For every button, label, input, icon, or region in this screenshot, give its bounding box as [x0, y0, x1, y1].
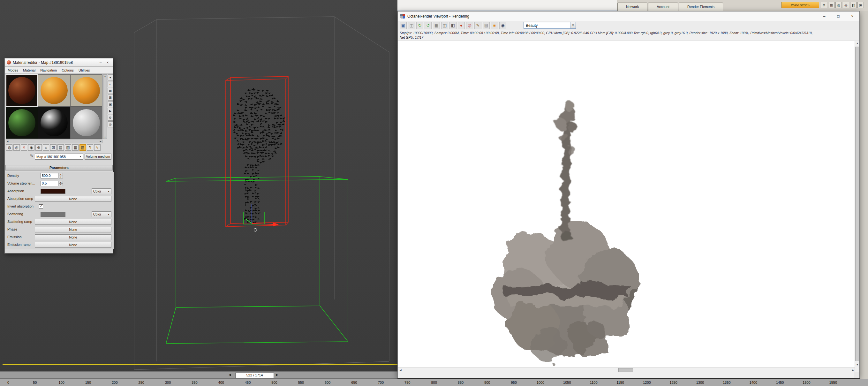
red-emitter-box[interactable] — [226, 76, 288, 227]
render-result-canvas[interactable]: ◀ ▶ — [398, 41, 855, 373]
slot-default-gray[interactable] — [70, 107, 102, 139]
make-preview-icon[interactable]: ▶ — [107, 108, 113, 114]
make-material-copy-icon[interactable]: ⊕ — [35, 144, 42, 151]
go-to-parent-icon[interactable]: ↰ — [87, 144, 93, 151]
material-id-channel-icon[interactable]: ⊡ — [50, 144, 57, 151]
slot-orange-map[interactable] — [38, 75, 70, 107]
phase-script-button[interactable]: Phase SPD01-SMOKEPOST — [781, 2, 819, 8]
rendered-frame-window-icon[interactable]: ▦ — [828, 2, 835, 8]
track-bar-ruler[interactable]: 0501001502002503003504004505005506006507… — [0, 379, 868, 386]
close-icon[interactable]: × — [104, 60, 111, 65]
camera-settings-icon[interactable]: ■ — [491, 22, 498, 29]
sample-uv-tiling-icon[interactable]: ⊞ — [107, 94, 113, 100]
menu-options[interactable]: Options — [62, 68, 74, 72]
toggle-panels-icon[interactable]: ▦ — [433, 22, 440, 29]
reset-map-icon[interactable]: ✕ — [21, 144, 27, 151]
save-render-icon[interactable]: ▣ — [400, 22, 407, 29]
lock-selection-icon[interactable]: ▣ — [858, 2, 864, 8]
put-to-library-icon[interactable]: ⌂ — [43, 144, 49, 151]
stop-render-icon[interactable]: ● — [458, 22, 465, 29]
render-horizontal-scrollbar[interactable]: ◀ ▶ — [398, 367, 855, 373]
split-view-icon[interactable]: ◫ — [441, 22, 448, 29]
slot-maroon-volume[interactable] — [6, 75, 38, 107]
scattering-color-swatch[interactable] — [40, 212, 65, 217]
maximize-button[interactable]: □ — [831, 11, 845, 21]
scroll-left-icon[interactable]: ◀ — [398, 369, 403, 372]
background-icon[interactable]: ▦ — [72, 144, 79, 151]
menu-utilities[interactable]: Utilities — [79, 68, 90, 72]
backlight-icon[interactable]: ◐ — [107, 81, 113, 87]
minimize-button[interactable]: – — [97, 60, 104, 65]
snapshot-icon[interactable]: ◧ — [850, 2, 857, 8]
parameters-rollout-header[interactable]: - Parameters — [5, 165, 113, 171]
get-material-icon[interactable]: ◍ — [6, 144, 12, 151]
assign-material-to-selection-icon[interactable]: ◉ — [28, 144, 34, 151]
material-editor-titlebar[interactable]: Material Editor - Map #1861901958 – × — [5, 58, 113, 67]
volume-step-input[interactable]: 0.5 — [40, 181, 58, 186]
vertical-scroll-thumb[interactable] — [855, 47, 859, 361]
horizontal-scroll-thumb[interactable] — [618, 368, 633, 372]
scattering-ramp-button[interactable]: None — [35, 219, 112, 225]
restart-render-icon[interactable]: ↻ — [416, 22, 423, 29]
sample-palette-horizontal-scrollbar[interactable]: ◀▶ — [6, 140, 102, 143]
invert-absorption-checkbox[interactable]: ✓ — [39, 204, 43, 208]
menu-modes[interactable]: Modes — [8, 68, 18, 72]
minimize-button[interactable]: – — [817, 11, 831, 21]
pick-material-eyedropper-icon[interactable]: ✎ — [29, 154, 34, 159]
refresh-geometry-icon[interactable]: ↺ — [425, 22, 432, 29]
emission-ramp-button[interactable]: None — [35, 242, 112, 248]
emission-button[interactable]: None — [35, 234, 112, 240]
go-forward-to-sibling-icon[interactable]: ↳ — [94, 144, 100, 151]
density-spinner[interactable]: ▲▼ — [59, 173, 63, 178]
material-type-button[interactable]: Volume medium — [85, 154, 112, 160]
copy-image-icon[interactable]: ◫ — [408, 22, 415, 29]
menu-material[interactable]: Material — [23, 68, 35, 72]
slot-green-volume[interactable] — [6, 107, 38, 139]
render-iterative-icon[interactable]: ◎ — [843, 2, 849, 8]
put-material-to-scene-icon[interactable]: ◎ — [13, 144, 20, 151]
absorption-mode-dropdown[interactable]: Color ▼ — [92, 188, 112, 194]
slot-black-glossy[interactable] — [38, 107, 70, 139]
menu-navigation[interactable]: Navigation — [40, 68, 57, 72]
next-frame-arrow[interactable]: ▶ — [276, 373, 278, 377]
scroll-down-icon[interactable]: ▼ — [855, 363, 860, 366]
volume-step-spinner[interactable]: ▲▼ — [59, 181, 63, 186]
slot-orange-map-2[interactable] — [70, 75, 102, 107]
render-pass-dropdown[interactable]: Beauty ▼ — [524, 22, 576, 29]
background-checker-icon[interactable]: ▦ — [107, 88, 113, 94]
octane-titlebar[interactable]: OctaneRender Viewport - Rendering – □ × — [398, 11, 859, 21]
scroll-up-icon[interactable]: ▲ — [855, 42, 860, 45]
region-render-icon[interactable]: ◧ — [450, 22, 457, 29]
video-color-check-icon[interactable]: ▣ — [107, 101, 113, 107]
sample-palette-vertical-scrollbar[interactable]: ▲▼ — [103, 75, 107, 139]
select-by-material-icon[interactable]: ◎ — [107, 121, 113, 127]
options-icon[interactable]: ⚙ — [107, 115, 113, 121]
green-volume-box[interactable] — [166, 177, 348, 344]
density-input[interactable]: 500.0 — [40, 173, 58, 178]
phase-button[interactable]: None — [35, 227, 112, 232]
render-setup-icon[interactable]: ⚙ — [821, 2, 827, 8]
transform-gizmo[interactable] — [244, 204, 279, 232]
show-end-result-icon[interactable]: ▥ — [65, 144, 71, 151]
close-icon[interactable]: × — [845, 11, 859, 21]
render-vertical-scrollbar[interactable]: ▲ ▼ — [855, 41, 859, 373]
render-target-icon[interactable]: ◉ — [499, 22, 506, 29]
material-name-dropdown[interactable]: Map #1861901958 ▼ — [35, 154, 83, 160]
previous-frame-arrow[interactable]: ◀ — [228, 373, 231, 377]
tab-render-elements[interactable]: Render Elements — [679, 3, 723, 11]
tab-network[interactable]: Network — [617, 3, 647, 11]
white-balance-picker-icon[interactable]: ✎ — [474, 22, 482, 29]
time-slider-bar[interactable]: ◀ 522 / 1714 ▶ — [0, 371, 398, 379]
absorption-color-swatch[interactable] — [40, 189, 65, 194]
absorption-ramp-button[interactable]: None — [35, 196, 112, 202]
tab-account[interactable]: Account — [648, 3, 678, 11]
time-slider-frame-field[interactable]: 522 / 1714 — [235, 373, 274, 378]
scroll-right-icon[interactable]: ▶ — [850, 369, 855, 372]
film-settings-icon[interactable]: ▤ — [483, 22, 490, 29]
focus-picker-icon[interactable]: ◎ — [466, 22, 473, 29]
sample-type-icon[interactable]: ● — [107, 75, 113, 81]
show-map-in-viewport-icon[interactable]: ▤ — [58, 144, 64, 151]
render-production-icon[interactable]: ◍ — [835, 2, 842, 8]
show-shaded-material-in-viewport-icon[interactable]: ▨ — [80, 144, 86, 151]
scattering-mode-dropdown[interactable]: Color ▼ — [92, 211, 112, 217]
